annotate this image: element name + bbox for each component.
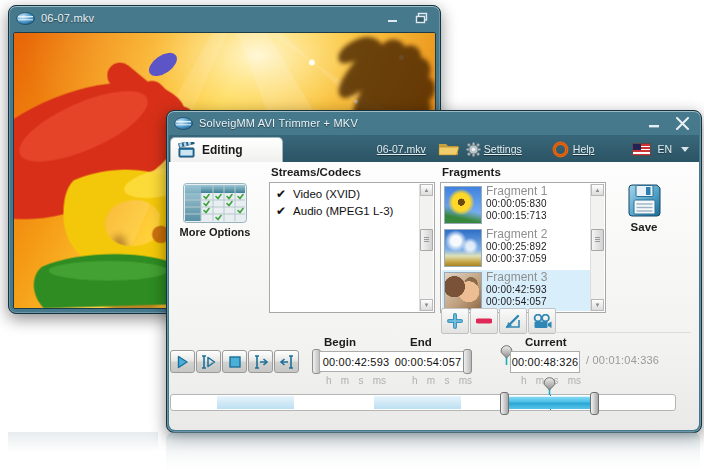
fragments-scrollbar[interactable]: ▲ ▼ — [590, 184, 604, 311]
help-icon[interactable] — [552, 141, 569, 158]
clapperboard-icon — [178, 142, 197, 159]
check-icon: ✔ — [276, 187, 286, 201]
fragments-listbox[interactable]: Fragment 1 00:00:05:830 00:00:15:713 Fra… — [440, 182, 606, 313]
language-flag-icon[interactable] — [632, 143, 651, 156]
timeline-segment-selected[interactable] — [505, 396, 595, 409]
scroll-up-arrow[interactable]: ▲ — [591, 184, 604, 196]
language-dropdown-arrow[interactable] — [681, 147, 689, 152]
open-file-link[interactable]: 06-07.mkv — [377, 143, 426, 155]
player-window-title: 06-07.mkv — [41, 12, 376, 24]
unit-label: ms — [459, 375, 472, 386]
save-floppy-icon — [626, 182, 663, 219]
playback-controls — [170, 350, 300, 373]
unit-label: ms — [373, 375, 386, 386]
fragment-list-item[interactable]: Fragment 2 00:00:25:892 00:00:37:059 — [442, 227, 591, 270]
plus-icon — [447, 313, 463, 329]
total-duration: / 00:01:04:336 — [586, 354, 659, 366]
end-time-field[interactable]: 00:00:54:057 — [392, 356, 464, 368]
tab-editing[interactable]: Editing — [170, 137, 283, 162]
stop-button[interactable] — [222, 350, 247, 373]
settings-link[interactable]: Settings — [484, 143, 522, 155]
fragment-name: Fragment 2 — [486, 228, 547, 241]
begin-units: hmsms — [326, 375, 386, 386]
fragment-name: Fragment 1 — [486, 185, 547, 198]
scroll-down-arrow[interactable]: ▼ — [591, 299, 604, 311]
preview-fragment-button[interactable] — [528, 308, 556, 334]
editor-window: SolveigMM AVI Trimmer + MKV — [166, 110, 702, 433]
player-titlebar[interactable]: 06-07.mkv — [9, 6, 440, 30]
goto-begin-marker-button[interactable] — [274, 350, 299, 373]
help-link[interactable]: Help — [573, 143, 595, 155]
editor-titlebar[interactable]: SolveigMM AVI Trimmer + MKV — [167, 111, 701, 135]
trim-handle-left[interactable] — [500, 392, 509, 415]
fragment-thumbnail — [444, 272, 482, 310]
fragment-begin-time: 00:00:25:892 — [486, 241, 547, 253]
fragment-begin-time: 00:00:42:593 — [486, 284, 547, 296]
settings-gear-icon[interactable] — [466, 142, 481, 157]
fragments-section-label: Fragments — [442, 166, 501, 178]
desktop: 06-07.mkv — [0, 0, 704, 470]
more-options-button[interactable]: More Options — [178, 183, 252, 239]
remove-fragment-button[interactable] — [470, 308, 498, 334]
folder-icon[interactable] — [438, 141, 460, 157]
current-time-value: 00:00:48:326 — [512, 356, 579, 368]
timeline-segment[interactable] — [374, 396, 461, 409]
current-time-field[interactable]: 00:00:48:326 — [510, 351, 580, 373]
scroll-thumb[interactable] — [420, 229, 433, 251]
player-restore-button[interactable] — [410, 11, 432, 26]
unit-label: s — [444, 375, 449, 386]
end-units: hmsms — [412, 375, 472, 386]
fragment-thumbnail — [444, 229, 482, 267]
timeline-segment[interactable] — [217, 396, 294, 409]
add-fragment-button[interactable] — [441, 308, 469, 334]
edit-fragment-button[interactable] — [499, 308, 527, 334]
trim-handle-right[interactable] — [590, 392, 599, 415]
scroll-down-arrow[interactable]: ▼ — [420, 299, 433, 311]
app-logo-icon — [174, 117, 193, 130]
unit-label: h — [326, 375, 332, 386]
scroll-up-arrow[interactable]: ▲ — [420, 184, 433, 196]
play-fragment-button[interactable] — [196, 350, 221, 373]
stream-item[interactable]: ✔ Audio (MPEG1 L-3) — [270, 202, 434, 219]
current-label: Current — [525, 336, 567, 348]
window-reflection — [8, 432, 158, 452]
language-label[interactable]: EN — [657, 143, 672, 155]
window-reflection — [166, 432, 700, 470]
fragment-end-time: 00:00:37:059 — [486, 253, 547, 265]
unit-label: h — [521, 375, 527, 386]
editor-close-button[interactable] — [671, 116, 693, 131]
quick-links: 06-07.mkv — [377, 138, 689, 160]
save-button[interactable]: Save — [621, 182, 667, 233]
more-options-label: More Options — [180, 226, 251, 238]
edit-scene-icon — [505, 314, 521, 329]
timeline-position-pin[interactable] — [542, 377, 557, 395]
begin-label: Begin — [324, 336, 356, 348]
streams-listbox[interactable]: ✔ Video (XVID) ✔ Audio (MPEG1 L-3) ▲ ▼ — [269, 182, 435, 313]
begin-end-fields: 00:00:42:593 00:00:54:057 — [319, 351, 465, 372]
section-divider — [509, 332, 691, 333]
fragment-list-item[interactable]: Fragment 1 00:00:05:830 00:00:15:713 — [442, 184, 591, 227]
save-button-label: Save — [631, 221, 658, 233]
play-button[interactable] — [170, 350, 195, 373]
editor-minimize-button[interactable] — [643, 116, 665, 131]
fragment-list-item[interactable]: Fragment 3 00:00:42:593 00:00:54:057 — [442, 270, 591, 311]
goto-end-marker-button[interactable] — [248, 350, 273, 373]
streams-scrollbar[interactable]: ▲ ▼ — [419, 184, 433, 311]
editor-window-title: SolveigMM AVI Trimmer + MKV — [199, 117, 637, 129]
scroll-thumb[interactable] — [591, 229, 604, 251]
stop-icon — [229, 356, 241, 368]
stream-item[interactable]: ✔ Video (XVID) — [270, 185, 434, 202]
player-minimize-button[interactable] — [382, 11, 404, 26]
unit-label: m — [427, 375, 435, 386]
stream-item-label: Video (XVID) — [293, 188, 360, 200]
end-label: End — [410, 336, 432, 348]
end-spin-cap[interactable] — [463, 349, 472, 374]
begin-time-field[interactable]: 00:00:42:593 — [320, 356, 392, 368]
play-icon — [176, 355, 189, 369]
play-from-begin-icon — [201, 355, 216, 369]
timeline-track[interactable] — [170, 394, 676, 411]
streams-section-label: Streams/Codecs — [271, 166, 361, 178]
fragment-toolbar — [441, 308, 557, 334]
app-logo-icon — [16, 12, 35, 25]
begin-end-field-group: 00:00:42:593 00:00:54:057 — [312, 349, 472, 374]
